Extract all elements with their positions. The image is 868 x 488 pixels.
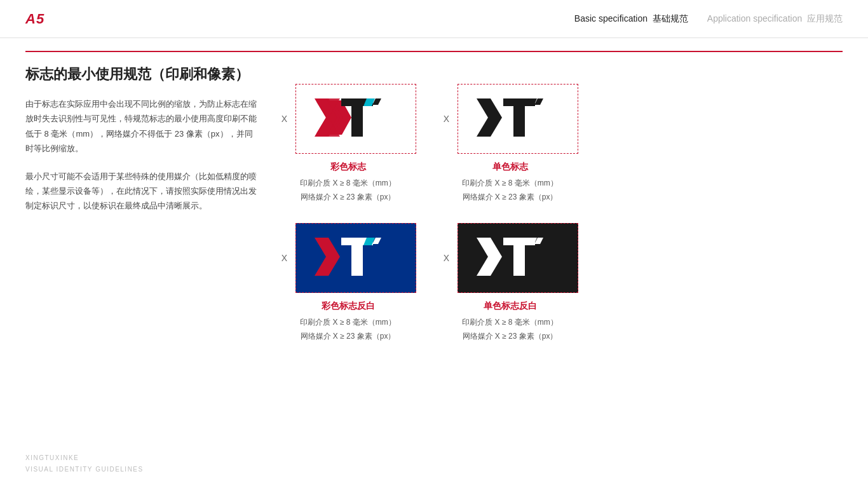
- logo-item-mono: X 单色标志: [442, 84, 578, 204]
- logo-label-color-reverse: 彩色标志反白: [322, 301, 375, 312]
- logo-item-color: X: [280, 84, 416, 204]
- logo-label-color: 彩色标志: [330, 161, 366, 173]
- logo-wrapper-color: X: [280, 84, 416, 154]
- nav-basic[interactable]: Basic specification 基础规范: [574, 13, 688, 25]
- body-text-2: 最小尺寸可能不会适用于某些特殊的使用媒介（比如低精度的喷绘，某些显示设备等），在…: [25, 169, 261, 214]
- logo-label-mono-reverse: 单色标志反白: [484, 301, 537, 312]
- x-label-color: X: [280, 114, 289, 124]
- logo-spec-color: 印刷介质 X ≥ 8 毫米（mm） 网络媒介 X ≥ 23 象素（px）: [300, 177, 396, 204]
- svg-rect-6: [351, 106, 363, 137]
- logo-wrapper-mono-reverse: X: [442, 223, 578, 293]
- header: A5 Basic specification 基础规范 Application …: [0, 0, 868, 38]
- svg-marker-9: [477, 98, 502, 137]
- xt-logo-color-reverse-svg: [311, 234, 400, 282]
- svg-marker-14: [315, 238, 340, 276]
- xt-logo-color-svg: [311, 95, 400, 143]
- x-label-mono: X: [442, 114, 451, 124]
- logo-label-mono: 单色标志: [492, 161, 528, 173]
- logo-wrapper-mono: X: [442, 84, 578, 154]
- footer: XINGTUXINKE VISUAL IDENTITY GUIDELINES: [25, 452, 144, 475]
- right-divider: [280, 51, 843, 52]
- right-section: X: [280, 51, 843, 475]
- logo-spec-mono: 印刷介质 X ≥ 8 毫米（mm） 网络媒介 X ≥ 23 象素（px）: [462, 177, 558, 204]
- header-left: A5: [25, 11, 44, 27]
- xt-logo-mono-svg: [473, 95, 562, 143]
- svg-marker-19: [477, 238, 502, 276]
- logo-spec-mono-reverse: 印刷介质 X ≥ 8 毫米（mm） 网络媒介 X ≥ 23 象素（px）: [462, 316, 558, 343]
- svg-rect-21: [513, 245, 525, 276]
- left-section: 标志的最小使用规范（印刷和像素） 由于标志在实际应用中会出现不同比例的缩放，为防…: [25, 51, 280, 475]
- footer-line1: XINGTUXINKE: [25, 452, 144, 464]
- logo-spec-color-reverse: 印刷介质 X ≥ 8 毫米（mm） 网络媒介 X ≥ 23 象素（px）: [300, 316, 396, 343]
- logos-row-bottom: X 彩色标志反白: [280, 223, 843, 343]
- logo-box-mono: [458, 84, 578, 154]
- section-divider: [25, 51, 292, 52]
- svg-rect-11: [513, 106, 525, 137]
- logo-box-color-reverse: [295, 223, 416, 293]
- logo-item-mono-reverse: X 单色标志反白: [442, 223, 578, 343]
- page-label: A5: [25, 11, 44, 27]
- body-text-1: 由于标志在实际应用中会出现不同比例的缩放，为防止标志在缩放时失去识别性与可见性，…: [25, 97, 261, 156]
- footer-line2: VISUAL IDENTITY GUIDELINES: [25, 464, 144, 475]
- logos-row-top: X: [280, 84, 843, 204]
- header-nav: Basic specification 基础规范 Application spe…: [574, 13, 843, 25]
- x-label-color-reverse: X: [280, 253, 289, 263]
- main-content: 标志的最小使用规范（印刷和像素） 由于标志在实际应用中会出现不同比例的缩放，为防…: [0, 38, 868, 488]
- xt-logo-mono-reverse-svg: [473, 234, 562, 282]
- logo-box-mono-reverse: [458, 223, 578, 293]
- x-label-mono-reverse: X: [442, 253, 451, 263]
- svg-rect-16: [351, 245, 363, 276]
- logo-box-color: [295, 84, 416, 154]
- nav-application[interactable]: Application specification 应用规范: [707, 13, 843, 25]
- logo-wrapper-color-reverse: X: [280, 223, 416, 293]
- logo-item-color-reverse: X 彩色标志反白: [280, 223, 416, 343]
- section-title: 标志的最小使用规范（印刷和像素）: [25, 65, 261, 84]
